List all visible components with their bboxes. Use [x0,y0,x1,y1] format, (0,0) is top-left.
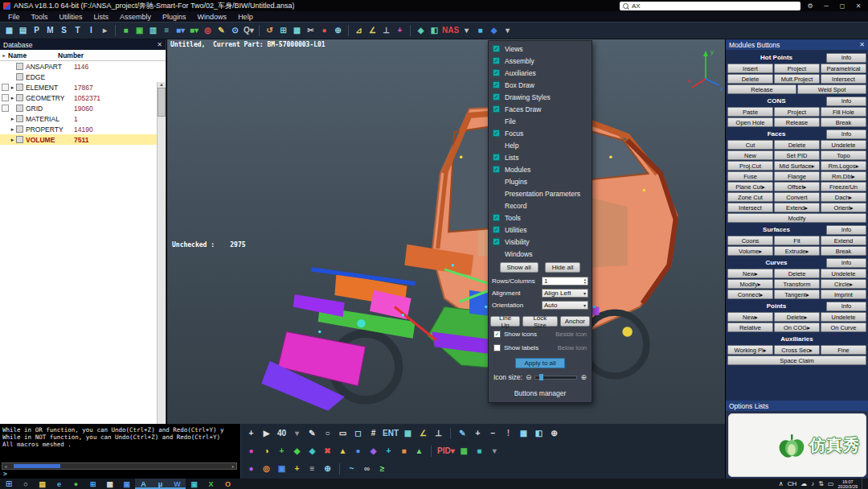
module-button[interactable]: On COG▸ [774,323,820,332]
menu-item[interactable]: Help [489,139,592,151]
spinner-icons[interactable]: ▴▾ [584,278,586,285]
axes-icon[interactable]: + [394,24,406,37]
compress-icon[interactable]: ■ [120,24,132,37]
focus-icon[interactable]: ◎ [202,24,214,37]
diamond-purple-icon[interactable]: ◆ [367,445,379,458]
align-icon[interactable]: ⊥ [380,24,392,37]
module-button[interactable]: Undelete [821,269,866,278]
cortana-search-icon[interactable]: ○ [18,480,34,488]
select-arrow-icon[interactable]: ▶ [260,427,272,440]
list-small-icon[interactable]: ≡ [306,462,318,475]
menu-item[interactable]: Lists [88,13,115,21]
module-button[interactable]: Delete▸ [774,312,820,322]
group-title[interactable]: Surfaces [727,226,825,233]
dropdown-arrow-icon[interactable]: ▾ [583,302,586,308]
calculator-icon[interactable]: ▦ [101,479,118,489]
info-button[interactable]: Info [826,53,866,63]
module-button[interactable]: Release [774,117,820,127]
module-button[interactable]: Plane Cut▸ [727,182,773,191]
table-row[interactable]: ▸ GEOMETRY 1052371 [0,92,166,103]
menu-item[interactable]: Windows [192,13,233,21]
table-row[interactable]: ▸ ELEMENT 17867 [0,82,166,92]
menu-item[interactable]: Assembly [114,13,157,21]
group-title[interactable]: Hot Points [727,54,825,61]
table-row[interactable]: ▸ GRID 19060 [0,103,166,113]
table-row[interactable]: ▸ PROPERTY 14190 [0,124,166,134]
check-icon[interactable] [493,69,500,76]
menu-item[interactable]: Faces Draw [489,103,592,115]
battery-icon[interactable]: ▭ [828,480,834,487]
sketch-pencil-icon[interactable]: ✎ [457,427,469,440]
expand-arrow-icon[interactable]: ▸ [9,95,16,101]
network-icon[interactable]: ⇅ [818,480,824,487]
module-button[interactable]: Break [821,246,866,256]
module-button[interactable]: Convert [774,192,820,202]
menu-item[interactable]: Tools [26,13,54,21]
hide-all-button[interactable]: Hide all [545,262,581,273]
scrollbar-thumb[interactable] [158,88,166,117]
sort-icon[interactable]: ▸ [0,52,8,58]
field-control[interactable]: Auto ▴▾ ▾ [542,301,588,310]
check-icon[interactable] [493,226,500,233]
module-button[interactable]: Circle▸ [821,279,866,289]
link-icon[interactable]: ∞ [361,462,373,475]
nodes-icon[interactable]: ◈ [415,24,427,37]
module-button[interactable]: Intersect [821,74,866,84]
module-button[interactable]: Zone Cut [727,192,773,202]
3d-viewport[interactable]: Untitled, Current Part: BM-57000003-L01 … [167,39,725,424]
icon-size-slider[interactable] [534,376,577,380]
ansa-icon[interactable]: A [135,479,152,489]
module-button[interactable]: Cross Sec▸ [774,345,820,355]
separator[interactable] [431,446,432,457]
module-button[interactable]: Insert [727,64,773,73]
info-button[interactable]: Info [826,302,866,311]
module-button[interactable]: Delete [774,269,820,278]
scroll-right-icon[interactable]: ▸ [230,463,236,469]
database-browser-icon[interactable]: ▣ [133,24,145,37]
separator[interactable] [450,428,451,439]
remove-icon[interactable]: − [487,427,499,440]
module-button[interactable]: Undelete [821,140,866,150]
list-icon[interactable]: ≡ [161,24,173,37]
cloud-icon[interactable]: ☁ [800,480,807,487]
mesh-green-icon[interactable]: ▦ [458,445,470,458]
check-icon[interactable] [493,57,500,64]
menu-item[interactable]: Focus [489,127,592,139]
close-button[interactable]: ✕ [852,2,865,10]
buttons-manager-link[interactable]: Buttons manager [489,389,592,397]
module-button[interactable]: Project [774,64,820,73]
menu-item[interactable]: Record [489,199,592,212]
shell-cube-icon[interactable]: ◧ [533,427,545,440]
menu-item[interactable]: Help [232,13,259,21]
photos-icon[interactable]: ▣ [118,479,135,489]
module-button[interactable]: Freeze/Un [821,182,866,191]
sound-icon[interactable]: ♪ [811,480,814,487]
modules-panel-header[interactable]: Modules Buttons ✕ [726,39,868,50]
module-button[interactable]: Delete [727,74,773,84]
separator[interactable] [339,463,340,475]
ime-language[interactable]: CH [788,480,797,487]
module-button[interactable]: Extrude▸ [774,246,820,256]
entity-manager-icon[interactable]: ▤ [17,24,29,37]
options-lists-header[interactable]: Options Lists [726,401,868,411]
field-control[interactable]: 1 ▴▾ ▾ [542,277,588,286]
module-button[interactable]: Delete [774,140,820,150]
scrollbar-thumb[interactable] [14,464,60,468]
anchor-target-icon[interactable]: ⊕ [548,427,560,440]
tools-dropdown-icon[interactable]: ▾ [489,445,501,458]
density-value[interactable]: 40 [276,427,288,440]
module-button[interactable]: Tangent▸ [774,290,820,299]
module-button[interactable]: New▸ [727,269,773,278]
include-list-icon[interactable]: I [85,24,97,37]
plus-cyan-icon[interactable]: + [383,445,395,458]
locate-icon[interactable]: ⊙ [229,24,241,37]
plus-green-icon[interactable]: + [276,445,288,458]
info-button[interactable]: Info [826,97,866,106]
module-button[interactable]: Break [821,117,866,127]
module-button[interactable]: Undelete [821,312,866,322]
row-checkbox[interactable] [2,84,9,91]
module-button[interactable]: On Curve [821,323,866,332]
material-list-icon[interactable]: M [44,24,56,37]
powerpoint-icon[interactable]: O [219,479,236,489]
shell-icon[interactable]: ◧ [428,24,440,37]
